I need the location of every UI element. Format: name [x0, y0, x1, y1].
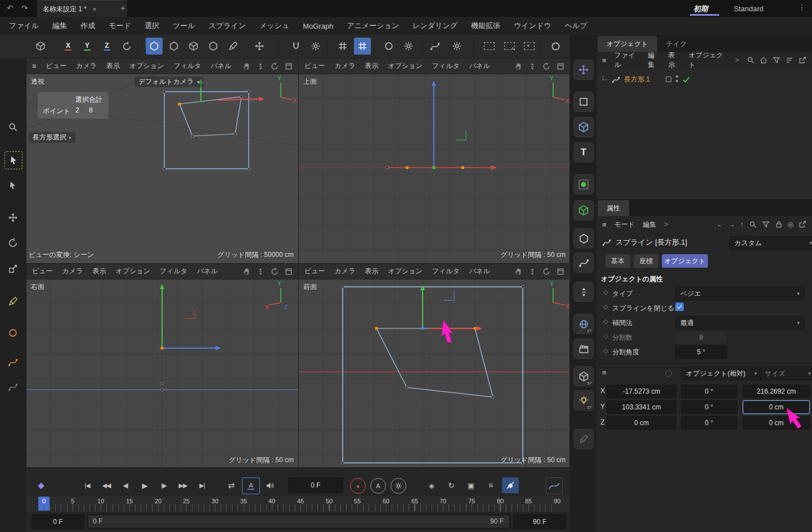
- keyframe-diamond-button[interactable]: ◆: [33, 477, 50, 493]
- pos-z-field[interactable]: 0 cm: [607, 416, 676, 430]
- layout-standard-tab[interactable]: Standard: [734, 4, 764, 13]
- key-diamond-icon[interactable]: ◇: [603, 347, 608, 354]
- search-icon[interactable]: [747, 56, 755, 64]
- lock-y-axis-button[interactable]: Y: [79, 38, 96, 55]
- symmetry-palette-button[interactable]: [573, 282, 594, 302]
- rectangle-selection-button[interactable]: [5, 177, 21, 194]
- pan-view-icon[interactable]: [514, 62, 522, 70]
- viewport-canvas-right[interactable]: Y X Z: [26, 279, 298, 468]
- selected-point[interactable]: [474, 327, 477, 330]
- key-disable-button[interactable]: ◆: [502, 477, 519, 493]
- texture-mode-button[interactable]: [185, 38, 202, 55]
- menu-render[interactable]: レンダリング: [412, 21, 457, 31]
- menu-extensions[interactable]: 機能拡張: [471, 21, 500, 31]
- rectangle-spline[interactable]: [376, 328, 493, 397]
- workplane-mode-button[interactable]: [205, 38, 222, 55]
- camera-dropdown[interactable]: デフォルトカメラ ▾: [134, 76, 204, 87]
- close-spline-checkbox[interactable]: [675, 303, 684, 311]
- new-tab-icon[interactable]: +: [120, 3, 125, 12]
- active-tool-chip[interactable]: 長方形選択 ▸: [29, 132, 75, 143]
- interpolation-dropdown[interactable]: 最適 ▾: [675, 316, 805, 330]
- home-icon[interactable]: [760, 56, 768, 64]
- vp-menu-view[interactable]: ビュー: [32, 267, 53, 276]
- object-name[interactable]: 長方形.1: [624, 75, 650, 84]
- vp-menu-camera[interactable]: カメラ: [335, 267, 356, 276]
- prev-frame-button[interactable]: ◀|: [117, 477, 134, 493]
- preview-range-slider[interactable]: 0 F 90 F: [87, 514, 511, 529]
- current-frame-field[interactable]: 0 F: [288, 477, 343, 493]
- key-diamond-icon[interactable]: ◇: [603, 288, 608, 296]
- next-key-button[interactable]: ▶▶: [174, 477, 191, 493]
- vp-menu-camera[interactable]: カメラ: [76, 61, 97, 71]
- goto-end-button[interactable]: ▶|: [194, 477, 210, 493]
- rot-y-field[interactable]: 0 °: [681, 400, 737, 414]
- axis-edit-button[interactable]: [251, 38, 268, 55]
- record-position-button[interactable]: ●: [350, 478, 366, 494]
- checkmark-icon[interactable]: [682, 75, 690, 84]
- key-layers-button[interactable]: ≡: [482, 477, 499, 493]
- selected-point[interactable]: [461, 166, 464, 169]
- key-transform-button[interactable]: ◈: [423, 477, 440, 493]
- interactive-region-button[interactable]: ✎: [501, 38, 518, 55]
- vp-menu-panel[interactable]: パネル: [469, 267, 490, 276]
- tool-settings-button[interactable]: [448, 38, 465, 55]
- menu-spline[interactable]: スプライン: [208, 21, 246, 31]
- sort-icon[interactable]: [786, 56, 793, 64]
- rot-x-field[interactable]: 0 °: [681, 385, 737, 398]
- lock-icon[interactable]: [775, 220, 783, 228]
- rotate-tool-button[interactable]: [5, 235, 21, 251]
- hamburger-icon[interactable]: ≡: [602, 57, 607, 64]
- prev-key-button[interactable]: ◀◀: [98, 477, 115, 493]
- om-menu-objects[interactable]: オブジェクト: [689, 51, 727, 70]
- orbit-view-icon[interactable]: [542, 268, 550, 276]
- am-menu-mode[interactable]: モード: [614, 220, 635, 229]
- maximize-view-icon[interactable]: [285, 268, 293, 276]
- menu-mode[interactable]: モード: [109, 21, 131, 31]
- external-window-icon[interactable]: [798, 56, 806, 64]
- vp-menu-options[interactable]: オプション: [388, 267, 422, 276]
- menu-window[interactable]: ウインドウ: [514, 21, 551, 31]
- edit-object-button[interactable]: [225, 38, 241, 55]
- range-end-field[interactable]: 90 F: [513, 514, 566, 529]
- scale-z-field[interactable]: 0 cm: [743, 416, 810, 430]
- tab-attributes[interactable]: 属性: [598, 200, 629, 216]
- light-stage-button[interactable]: ST: [573, 390, 594, 411]
- menu-create[interactable]: 作成: [80, 21, 95, 31]
- scale-tool-button[interactable]: [5, 260, 21, 277]
- vp-menu-display[interactable]: 表示: [106, 61, 120, 71]
- key-diamond-icon[interactable]: ◇: [603, 318, 608, 325]
- lock-z-axis-button[interactable]: Z: [98, 38, 115, 55]
- vp-menu-panel[interactable]: パネル: [469, 61, 490, 71]
- coordinate-system-button[interactable]: [118, 38, 135, 55]
- x-axis-handle[interactable]: [218, 99, 260, 100]
- globe-stage-button[interactable]: ST: [573, 314, 594, 334]
- om-menu-edit[interactable]: 編集: [648, 51, 660, 70]
- size-dropdown[interactable]: サイズ ▾: [760, 367, 812, 380]
- vp-menu-display[interactable]: 表示: [365, 61, 378, 71]
- render-settings-button[interactable]: [400, 38, 417, 55]
- selected-point[interactable]: [178, 103, 181, 106]
- sphere-palette-button[interactable]: [573, 228, 594, 249]
- quantize-button[interactable]: [334, 38, 351, 55]
- autokey-button[interactable]: A: [242, 477, 260, 494]
- undo-icon[interactable]: ↶: [7, 4, 14, 12]
- angle-field[interactable]: 5 °: [675, 345, 727, 359]
- fcurve-editor-button[interactable]: [546, 477, 563, 494]
- rectangle-spline[interactable]: [180, 97, 241, 136]
- cube-palette-button[interactable]: [573, 117, 594, 137]
- scale-x-field[interactable]: 216.2692 cm: [743, 385, 810, 398]
- vp-menu-view[interactable]: ビュー: [46, 61, 67, 71]
- menu-file[interactable]: ファイル: [9, 21, 39, 31]
- render-view-button[interactable]: [380, 38, 397, 55]
- snap-magnet-button[interactable]: [288, 38, 304, 55]
- go-up-icon[interactable]: ↑: [741, 221, 744, 228]
- render-queue-button[interactable]: [547, 38, 564, 55]
- key-diamond-icon[interactable]: ◇: [603, 303, 608, 310]
- history-back-icon[interactable]: ←: [717, 221, 724, 228]
- menu-mesh[interactable]: メッシュ: [259, 21, 289, 31]
- vp-menu-view[interactable]: ビュー: [304, 61, 325, 71]
- axis-point[interactable]: [421, 327, 424, 330]
- vp-menu-filter[interactable]: フィルタ: [432, 267, 460, 276]
- hamburger-icon[interactable]: ≡: [602, 221, 607, 228]
- tab-takes[interactable]: テイク: [657, 36, 696, 52]
